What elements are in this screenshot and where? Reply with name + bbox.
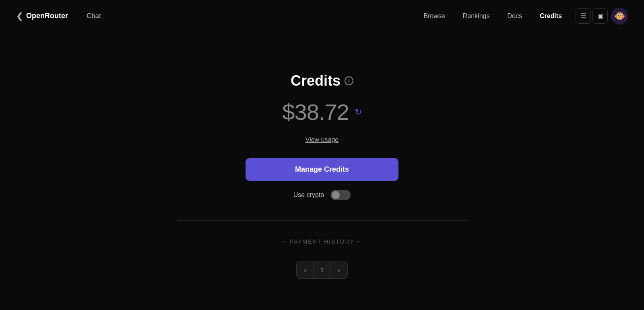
nav-link-browse[interactable]: Browse (416, 9, 452, 23)
wallet-icon: ▣ (597, 12, 603, 20)
divider (177, 220, 467, 221)
menu-button[interactable]: ☰ (576, 8, 591, 24)
crypto-row: Use crypto (293, 190, 351, 200)
pagination: ‹ 1 › (296, 261, 348, 279)
avatar-button[interactable]: 🐵 (611, 8, 628, 25)
crypto-toggle[interactable] (330, 190, 351, 200)
prev-page-button[interactable]: ‹ (297, 261, 314, 278)
refresh-icon[interactable]: ↻ (355, 107, 362, 117)
nav-link-credits[interactable]: Credits (533, 9, 569, 23)
nav-link-docs[interactable]: Docs (500, 9, 529, 23)
logo[interactable]: ❮ OpenRouter (16, 11, 68, 21)
manage-credits-button[interactable]: Manage Credits (246, 158, 398, 181)
credits-heading: Credits (291, 72, 341, 89)
current-page: 1 (314, 261, 330, 278)
view-usage-link[interactable]: View usage (305, 136, 339, 144)
main-content: Credits i $38.72 ↻ View usage Manage Cre… (0, 32, 644, 279)
next-page-button[interactable]: › (330, 261, 347, 278)
logo-chevron-icon: ❮ (16, 11, 23, 21)
credits-amount: $38.72 (282, 99, 349, 125)
credits-title-row: Credits i (291, 72, 353, 89)
nav-links: Browse Rankings Docs Credits (416, 9, 569, 23)
menu-icon: ☰ (580, 12, 586, 20)
info-icon[interactable]: i (345, 76, 353, 85)
avatar-icon: 🐵 (614, 11, 625, 21)
payment-history-label: ~ PAYMENT HISTORY ~ (283, 238, 361, 245)
nav-icon-group: ☰ ▣ 🐵 (576, 8, 628, 25)
logo-text: OpenRouter (26, 12, 68, 20)
nav-link-rankings[interactable]: Rankings (456, 9, 497, 23)
credits-amount-row: $38.72 ↻ (282, 99, 361, 125)
crypto-label: Use crypto (293, 191, 324, 199)
wallet-button[interactable]: ▣ (592, 8, 608, 24)
nav-chat-link[interactable]: Chat (80, 9, 107, 23)
navbar: ❮ OpenRouter Chat Browse Rankings Docs C… (0, 0, 644, 32)
toggle-knob (332, 191, 340, 199)
